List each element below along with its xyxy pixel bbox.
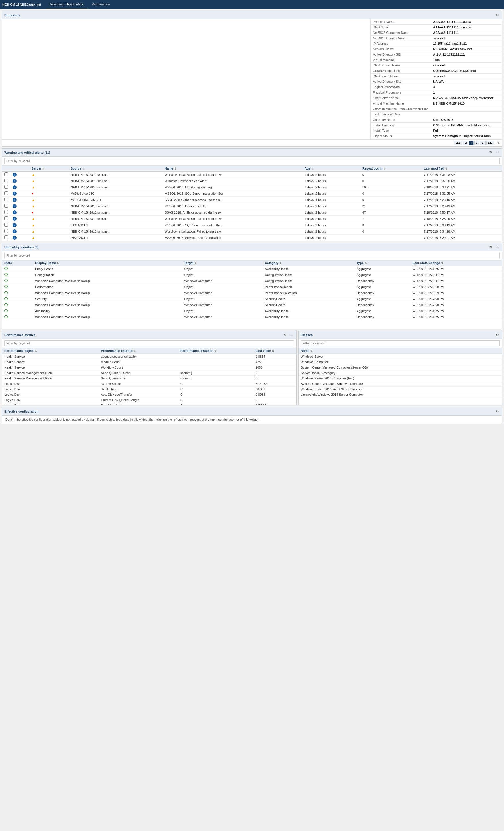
perf-row[interactable]: Health Service Workflow Count 1058 <box>2 365 296 370</box>
perf-row[interactable]: Health Service Module Count 4758 <box>2 360 296 365</box>
perf-row[interactable]: LogicalDisk % Idle Time C: 98.001 <box>2 386 296 392</box>
perf-row[interactable]: Health Service agent processor utilizati… <box>2 354 296 360</box>
alert-checkbox[interactable] <box>4 191 8 195</box>
unhealthy-col-category[interactable]: Category ⇅ <box>262 260 354 266</box>
perf-row[interactable]: LogicalDisk Free Megabytes C: 125936 <box>2 403 296 405</box>
alert-row[interactable]: i ▲ INSTANCE1 MSSQL 2016: Service Pack C… <box>2 234 502 241</box>
tab-performance[interactable]: Performance <box>88 0 114 9</box>
unhealthy-filter-input[interactable] <box>4 253 500 258</box>
info-icon[interactable]: i <box>12 179 17 183</box>
info-icon[interactable]: i <box>12 173 17 177</box>
effective-config-refresh-button[interactable]: ↻ <box>495 409 500 414</box>
class-row[interactable]: Lightweight Windows 2016 Server Computer <box>298 392 502 398</box>
tab-monitoring-object-details[interactable]: Monitoring object details <box>46 0 88 9</box>
alert-checkbox[interactable] <box>4 172 8 176</box>
class-row[interactable]: Server BaseOS category <box>298 370 502 376</box>
unhealthy-row[interactable]: Windows Computer Role Health Rollup Wind… <box>2 302 502 308</box>
alert-row[interactable]: i ▲ NEB-OM-1542810.smx.net Windows Defen… <box>2 178 502 184</box>
perf-row[interactable]: LogicalDisk % Free Space C: 81.4482 <box>2 381 296 386</box>
classes-col-name[interactable]: Name ⇅ <box>298 348 502 354</box>
alert-checkbox[interactable] <box>4 235 8 239</box>
alerts-col-server[interactable]: Server ⇅ <box>29 166 68 172</box>
page-prev-button[interactable]: ◀ <box>463 141 468 145</box>
perf-row[interactable]: LogicalDisk Current Disk Queue Length C:… <box>2 398 296 403</box>
info-icon[interactable]: i <box>12 210 17 214</box>
unhealthy-col-type[interactable]: Type ⇅ <box>354 260 410 266</box>
perf-col-value[interactable]: Last value ⇅ <box>253 348 296 354</box>
alerts-menu-button[interactable]: ··· <box>495 150 500 155</box>
class-row[interactable]: System Center Managed Windows Computer <box>298 381 502 386</box>
property-key: Category Name <box>370 117 431 122</box>
perf-row[interactable]: Health Service Management Grou Send Queu… <box>2 376 296 381</box>
alert-checkbox[interactable] <box>4 185 8 189</box>
page-first-button[interactable]: ◀◀ <box>454 141 462 145</box>
unhealthy-row[interactable]: Windows Computer Role Health Rollup Wind… <box>2 278 502 284</box>
unhealthy-row[interactable]: Security Object SecurityHealth Aggregate… <box>2 296 502 302</box>
unhealthy-row[interactable]: Performance Object PerformanceHealth Agg… <box>2 284 502 290</box>
perf-row[interactable]: LogicalDisk Avg. Disk sec/Transfer C: 0.… <box>2 392 296 398</box>
alert-row[interactable]: i ▲ INSTANCE1 MSSQL 2016: SQL Server can… <box>2 222 502 228</box>
alerts-refresh-button[interactable]: ↻ <box>488 150 493 155</box>
info-icon[interactable]: i <box>12 223 17 227</box>
alert-row[interactable]: i ▲ NEB-OM-1542810.smx.net Workflow Init… <box>2 172 502 178</box>
alert-row[interactable]: i ▲ NEB-OM-1542810.smx.net Workflow Init… <box>2 228 502 234</box>
class-row[interactable]: System Center Managed Computer (Server O… <box>298 365 502 370</box>
unhealthy-row[interactable]: Windows Computer Role Health Rollup Wind… <box>2 290 502 296</box>
unhealthy-col-display-name[interactable]: Display Name ⇅ <box>33 260 182 266</box>
unhealthy-row[interactable]: Windows Computer Role Health Rollup Wind… <box>2 314 502 320</box>
alert-checkbox[interactable] <box>4 217 8 220</box>
alert-row[interactable]: i ▲ NEB-OM-1542810.smx.net Workflow Init… <box>2 216 502 222</box>
unhealthy-row[interactable]: Configuration Object ConfigurationHealth… <box>2 272 502 278</box>
alert-row[interactable]: i ▲ MSRS13.INSTANCE1 SSRS 2016: Other pr… <box>2 197 502 203</box>
alerts-col-name[interactable]: Name ⇅ <box>162 166 302 172</box>
perf-row[interactable]: Health Service Management Grou Send Queu… <box>2 370 296 376</box>
unhealthy-row[interactable]: Entity Health Object AvailabilityHealth … <box>2 266 502 272</box>
info-icon[interactable]: i <box>12 198 17 202</box>
alert-checkbox[interactable] <box>4 198 8 201</box>
info-icon[interactable]: i <box>12 229 17 233</box>
alert-row[interactable]: i ▲ NEB-OM-1542810.smx.net MSSQL 2016: D… <box>2 203 502 209</box>
page-2-button[interactable]: 2 <box>474 141 479 145</box>
unhealthy-col-target[interactable]: Target ⇅ <box>182 260 262 266</box>
perf-col-instance[interactable]: Performance instance ⇅ <box>178 348 253 354</box>
alert-checkbox[interactable] <box>4 223 8 227</box>
unhealthy-col-last-change[interactable]: Last State Change ⇅ <box>410 260 502 266</box>
unhealthy-refresh-button[interactable]: ↻ <box>488 245 493 250</box>
info-icon[interactable]: i <box>12 185 17 189</box>
class-row[interactable]: Windows Server <box>298 354 502 360</box>
alert-checkbox[interactable] <box>4 210 8 214</box>
alert-row[interactable]: i ● NEB-OM-1542810.smx.net SSAS 2016: An… <box>2 209 502 216</box>
alert-checkbox[interactable] <box>4 179 8 182</box>
class-row[interactable]: Windows Server 2016 Computer (Full) <box>298 376 502 381</box>
info-icon[interactable]: i <box>12 192 17 196</box>
page-1-button[interactable]: 1 <box>469 141 474 145</box>
info-icon[interactable]: i <box>12 236 17 240</box>
alerts-col-repeat[interactable]: Repeat count ⇅ <box>360 166 422 172</box>
classes-refresh-button[interactable]: ↻ <box>495 333 500 337</box>
alert-checkbox[interactable] <box>4 229 8 233</box>
alerts-col-source[interactable]: Source ⇅ <box>68 166 162 172</box>
class-row[interactable]: Windows Server 2016 and 1709 - Computer <box>298 386 502 392</box>
alert-checkbox[interactable] <box>4 204 8 208</box>
page-next-button[interactable]: ▶ <box>480 141 486 145</box>
info-icon[interactable]: i <box>12 217 17 221</box>
alerts-col-modified[interactable]: Last modified ⇅ <box>422 166 502 172</box>
performance-menu-button[interactable]: ··· <box>289 333 294 337</box>
classes-filter-input[interactable] <box>301 341 500 346</box>
alerts-filter-input[interactable] <box>4 158 500 164</box>
unhealthy-table-scroll: State Display Name ⇅ Target ⇅ Category ⇅… <box>2 260 502 320</box>
class-row[interactable]: Windows Computer <box>298 360 502 365</box>
info-icon[interactable]: i <box>12 204 17 208</box>
page-last-button[interactable]: ▶▶ <box>486 141 494 145</box>
alert-row[interactable]: i ● MsDtsServer130 MSSQL 2016: SQL Serve… <box>2 191 502 197</box>
performance-filter-input[interactable] <box>4 341 294 346</box>
unhealthy-menu-button[interactable]: ··· <box>495 245 500 250</box>
properties-refresh-button[interactable]: ↻ <box>495 12 500 18</box>
perf-col-obj[interactable]: Performance object ⇅ <box>2 348 98 354</box>
alert-row[interactable]: i ▲ NEB-OM-1542810.smx.net MSSQL 2016: M… <box>2 184 502 191</box>
perf-col-counter[interactable]: Performance counter ⇅ <box>98 348 178 354</box>
performance-refresh-button[interactable]: ↻ <box>283 333 287 337</box>
alert-type-cell: ▲ <box>29 234 68 241</box>
alerts-col-age[interactable]: Age ⇅ <box>302 166 360 172</box>
unhealthy-row[interactable]: Availability Object AvailabilityHealth A… <box>2 308 502 314</box>
